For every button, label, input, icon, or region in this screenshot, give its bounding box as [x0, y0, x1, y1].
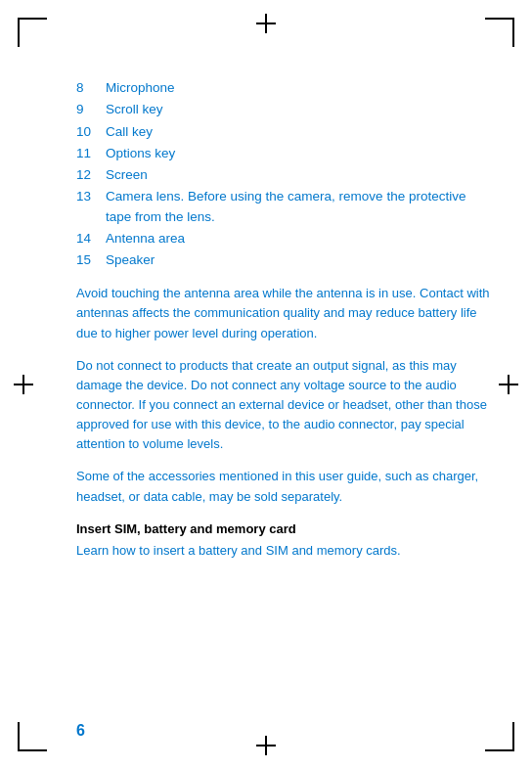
section-insert-sim: Insert SIM, battery and memory card Lear… — [76, 520, 493, 562]
item-text-8: Microphone — [106, 78, 175, 98]
item-number-8: 8 — [76, 78, 106, 98]
paragraph-audio: Do not connect to products that create a… — [76, 356, 493, 455]
list-item: 12 Screen — [76, 165, 493, 185]
item-text-10: Call key — [106, 122, 153, 142]
list-item: 14 Antenna area — [76, 229, 493, 249]
item-number-12: 12 — [76, 165, 106, 185]
section-title: Insert SIM, battery and memory card — [76, 520, 493, 539]
list-item: 10 Call key — [76, 122, 493, 142]
item-text-9: Scroll key — [106, 100, 163, 119]
numbered-list: 8 Microphone 9 Scroll key 10 Call key 11… — [76, 78, 493, 270]
section-body: Learn how to insert a battery and SIM an… — [76, 541, 493, 561]
item-number-13: 13 — [76, 187, 106, 227]
item-number-14: 14 — [76, 229, 106, 249]
list-item: 11 Options key — [76, 144, 493, 163]
corner-mark-br — [485, 722, 514, 751]
corner-mark-bl — [18, 722, 47, 751]
corner-mark-tl — [18, 18, 47, 47]
item-number-11: 11 — [76, 144, 106, 163]
paragraph-accessories: Some of the accessories mentioned in thi… — [76, 467, 493, 506]
item-text-11: Options key — [106, 144, 175, 163]
crosshair-left — [14, 375, 33, 394]
item-text-14: Antenna area — [106, 229, 185, 249]
item-text-12: Screen — [106, 165, 148, 185]
item-number-10: 10 — [76, 122, 106, 142]
list-item: 8 Microphone — [76, 78, 493, 98]
crosshair-bottom — [256, 736, 276, 755]
main-content: 8 Microphone 9 Scroll key 10 Call key 11… — [76, 78, 493, 710]
item-number-9: 9 — [76, 100, 106, 119]
page-container: 8 Microphone 9 Scroll key 10 Call key 11… — [0, 0, 532, 769]
list-item: 13 Camera lens. Before using the camera,… — [76, 187, 493, 227]
item-text-15: Speaker — [106, 250, 155, 270]
paragraph-antenna: Avoid touching the antenna area while th… — [76, 284, 493, 342]
item-number-15: 15 — [76, 250, 106, 270]
list-item: 15 Speaker — [76, 250, 493, 270]
item-text-13: Camera lens. Before using the camera, re… — [106, 187, 493, 227]
crosshair-top — [256, 14, 276, 33]
page-number: 6 — [76, 722, 85, 740]
corner-mark-tr — [485, 18, 514, 47]
list-item: 9 Scroll key — [76, 100, 493, 119]
crosshair-right — [499, 375, 518, 394]
